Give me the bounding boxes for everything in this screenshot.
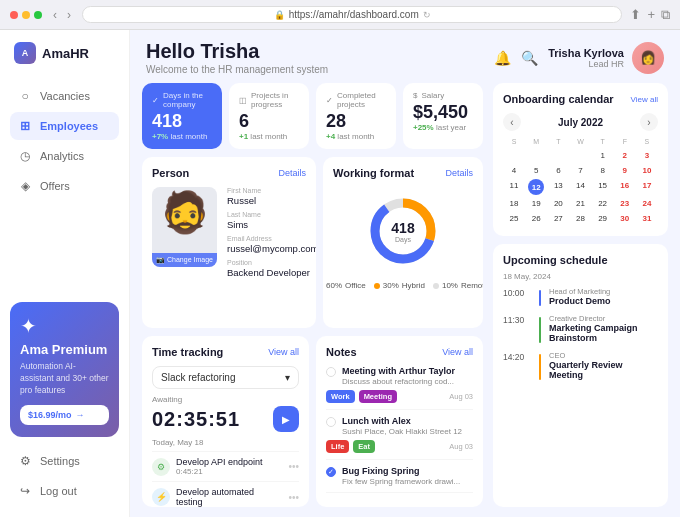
cal-prev-button[interactable]: ‹: [503, 113, 521, 131]
cal-day[interactable]: 11: [503, 178, 525, 196]
notification-bell-icon[interactable]: 🔔: [494, 50, 511, 66]
calendar-view-all[interactable]: View all: [631, 95, 658, 104]
maximize-dot: [34, 11, 42, 19]
cal-day[interactable]: 18: [503, 196, 525, 211]
user-role: Lead HR: [548, 59, 624, 69]
nav-label-analytics: Analytics: [40, 150, 84, 162]
donut-chart: 418 Days: [363, 191, 443, 271]
cal-day[interactable]: 26: [525, 211, 547, 226]
nav-label-offers: Offers: [40, 180, 70, 192]
cal-day-today[interactable]: 12: [528, 179, 544, 195]
window-controls: [10, 11, 42, 19]
share-icon[interactable]: ⬆: [630, 7, 641, 23]
tabs-icon[interactable]: ⧉: [661, 7, 670, 23]
entry-info-1: Develop API endpoint 0:45:21: [176, 457, 282, 476]
cal-day[interactable]: 20: [547, 196, 569, 211]
entry-dots-2[interactable]: •••: [288, 492, 299, 503]
cal-day-red[interactable]: 9: [614, 163, 636, 178]
new-tab-icon[interactable]: +: [647, 7, 655, 23]
cal-day[interactable]: 21: [569, 196, 591, 211]
cal-day[interactable]: 7: [569, 163, 591, 178]
sidebar-item-logout[interactable]: ↪ Log out: [10, 477, 119, 505]
premium-desc: Automation AI-assistant and 30+ other pr…: [20, 361, 109, 397]
close-dot: [10, 11, 18, 19]
donut-label: Days: [391, 236, 414, 243]
cal-days-header: S M T W T F S: [503, 137, 658, 146]
cal-day-red[interactable]: 16: [614, 178, 636, 196]
entry-info-2: Develop automated testing: [176, 487, 282, 507]
back-button[interactable]: ‹: [50, 8, 60, 22]
notes-view-all[interactable]: View all: [442, 347, 473, 357]
cal-day[interactable]: 4: [503, 163, 525, 178]
cal-day[interactable]: 8: [592, 163, 614, 178]
subtitle-text: Welcome to the HR management system: [146, 64, 328, 75]
note-2-checkbox[interactable]: [326, 417, 336, 427]
schedule-line-3: [539, 354, 541, 380]
sidebar-item-employees[interactable]: ⊞ Employees: [10, 112, 119, 140]
note-item-2: Lunch with Alex Sushi Place, Oak Hlakki …: [326, 416, 473, 460]
stat-completed-label: ✓ Completed projects: [326, 91, 386, 109]
minimize-dot: [22, 11, 30, 19]
cal-day-red[interactable]: 17: [636, 178, 658, 196]
note-2-date: Aug 03: [449, 442, 473, 451]
app-container: A AmaHR ○ Vacancies ⊞ Employees ◷ Analyt…: [0, 30, 680, 517]
legend-office: 60% Office: [323, 281, 366, 290]
sidebar-item-analytics[interactable]: ◷ Analytics: [10, 142, 119, 170]
time-entries: Today, May 18 ⚙ Develop API endpoint 0:4…: [152, 438, 299, 507]
schedule-item-2: 11:30 Creative Director Marketing Campai…: [503, 314, 658, 343]
right-column: Onboarding calendar View all ‹ July 2022…: [493, 83, 668, 507]
cal-day-red[interactable]: 30: [614, 211, 636, 226]
cal-day-red[interactable]: 23: [614, 196, 636, 211]
logo-text: AmaHR: [42, 46, 89, 61]
cal-day[interactable]: 14: [569, 178, 591, 196]
url-bar[interactable]: 🔒 https://amahr/dashboard.com ↻: [82, 6, 622, 23]
browser-nav[interactable]: ‹ ›: [50, 8, 74, 22]
sidebar-item-vacancies[interactable]: ○ Vacancies: [10, 82, 119, 110]
avatar[interactable]: 👩: [632, 42, 664, 74]
entry-dots-1[interactable]: •••: [288, 461, 299, 472]
cal-next-button[interactable]: ›: [640, 113, 658, 131]
notes-card-title: Notes: [326, 346, 357, 358]
cal-day[interactable]: 27: [547, 211, 569, 226]
schedule-time-1: 10:00: [503, 287, 531, 306]
cal-day[interactable]: 19: [525, 196, 547, 211]
forward-button[interactable]: ›: [64, 8, 74, 22]
change-image-button[interactable]: 📷 Change Image: [152, 253, 217, 267]
cal-day[interactable]: 15: [592, 178, 614, 196]
person-details-link[interactable]: Details: [278, 168, 306, 178]
time-view-all[interactable]: View all: [268, 347, 299, 357]
cal-day[interactable]: 22: [592, 196, 614, 211]
cal-day[interactable]: 29: [592, 211, 614, 226]
sidebar-item-offers[interactable]: ◈ Offers: [10, 172, 119, 200]
premium-button[interactable]: $16.99/mo →: [20, 405, 109, 425]
note-3-checkbox[interactable]: ✓: [326, 467, 336, 477]
premium-price: $16.99/mo: [28, 410, 72, 420]
project-selector[interactable]: Slack refactoring ▾: [152, 366, 299, 389]
format-details-link[interactable]: Details: [445, 168, 473, 178]
working-format-card: Working format Details: [323, 157, 483, 328]
sidebar-item-settings[interactable]: ⚙ Settings: [10, 447, 119, 475]
cal-day-red[interactable]: 31: [636, 211, 658, 226]
note-1-content: Meeting with Arthur Taylor Discuss about…: [342, 366, 473, 386]
stat-projects-value: 6: [239, 112, 299, 130]
stat-days-label: ✓ Days in the company: [152, 91, 212, 109]
cal-day[interactable]: 13: [547, 178, 569, 196]
cal-day[interactable]: 28: [569, 211, 591, 226]
person-card-title: Person: [152, 167, 189, 179]
cal-day[interactable]: 6: [547, 163, 569, 178]
play-button[interactable]: ▶: [273, 406, 299, 432]
search-icon[interactable]: 🔍: [521, 50, 538, 66]
cal-month: July 2022: [558, 117, 603, 128]
note-1-checkbox[interactable]: [326, 367, 336, 377]
schedule-line-2: [539, 317, 541, 343]
cal-day-red[interactable]: 2: [614, 148, 636, 163]
cal-day[interactable]: 25: [503, 211, 525, 226]
nav-label-vacancies: Vacancies: [40, 90, 90, 102]
cal-day-red[interactable]: 3: [636, 148, 658, 163]
cal-day-red[interactable]: 10: [636, 163, 658, 178]
cal-day-red[interactable]: 24: [636, 196, 658, 211]
timer-row: 02:35:51 ▶: [152, 406, 299, 432]
cal-day[interactable]: 5: [525, 163, 547, 178]
cal-day[interactable]: 1: [592, 148, 614, 163]
cal-nav-row: ‹ July 2022 ›: [503, 113, 658, 131]
